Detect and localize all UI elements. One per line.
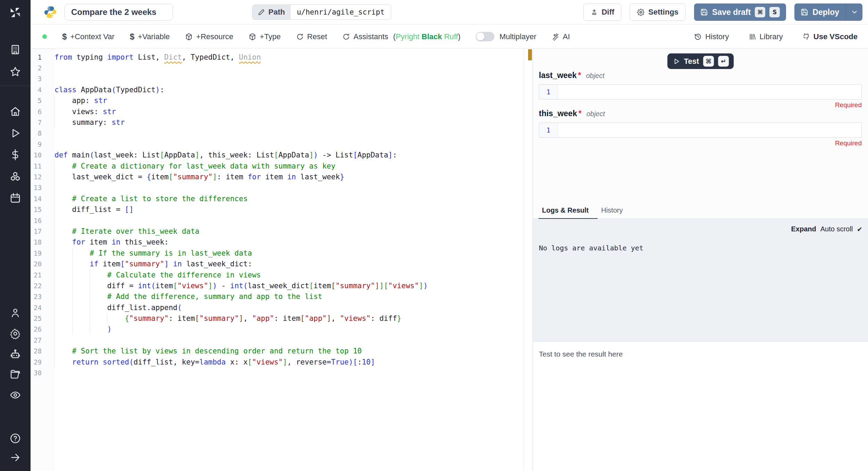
cubes-icon[interactable] bbox=[10, 171, 21, 182]
code-line[interactable]: 6 views: str bbox=[31, 106, 533, 117]
code-line[interactable]: 2 bbox=[31, 62, 533, 73]
test-button[interactable]: Test ⌘ ↵ bbox=[667, 53, 734, 69]
assistants-langs: (Pyright Black Ruff) bbox=[393, 32, 460, 41]
code-line[interactable]: 14 # Create a list to store the differen… bbox=[31, 193, 533, 204]
add-variable-button[interactable]: $ +Variable bbox=[130, 32, 170, 42]
tab-history[interactable]: History bbox=[598, 206, 632, 219]
args-section: Test ⌘ ↵ last_week* object 1 Required th… bbox=[533, 49, 868, 205]
overview-ruler bbox=[524, 49, 524, 471]
code-line[interactable]: 4class AppData(TypedDict): bbox=[31, 84, 533, 95]
arrow-right-icon[interactable] bbox=[10, 452, 21, 463]
code-line[interactable]: 15 diff_list = [] bbox=[31, 204, 533, 215]
code-line[interactable]: 27 bbox=[31, 335, 533, 345]
home-icon[interactable] bbox=[10, 106, 21, 117]
star-icon[interactable] bbox=[10, 66, 21, 77]
code-line[interactable]: 3 bbox=[31, 74, 533, 84]
path-edit-button[interactable]: Path bbox=[252, 5, 291, 19]
history-button[interactable]: History bbox=[694, 32, 729, 41]
multiplayer-toggle[interactable] bbox=[476, 32, 494, 41]
gear-icon[interactable] bbox=[10, 328, 21, 339]
arg-label: last_week* object bbox=[539, 71, 862, 80]
line-number: 23 bbox=[31, 293, 55, 300]
arg-field-this-week: this_week* object 1 Required bbox=[539, 109, 862, 147]
assistants-button[interactable]: Assistants bbox=[342, 32, 388, 41]
toggle-knob bbox=[476, 33, 484, 41]
code-line[interactable]: 21 # Calculate the difference in views bbox=[31, 269, 533, 280]
code-lines[interactable]: 1from typing import List, Dict, TypedDic… bbox=[31, 52, 533, 378]
expand-button[interactable]: Expand bbox=[791, 225, 816, 233]
deploy-button[interactable]: Deploy bbox=[794, 3, 862, 21]
line-number: 10 bbox=[31, 151, 55, 159]
code-line[interactable]: 11 # Create a dictionary for last_week d… bbox=[31, 161, 533, 171]
code-line[interactable]: 5 app: str bbox=[31, 95, 533, 106]
code-line[interactable]: 16 bbox=[31, 215, 533, 226]
json-input-line[interactable] bbox=[558, 123, 861, 137]
windmill-logo-icon[interactable] bbox=[10, 7, 21, 18]
code-line[interactable]: 9 bbox=[31, 139, 533, 149]
building-icon[interactable] bbox=[10, 44, 21, 55]
play-icon[interactable] bbox=[10, 128, 21, 139]
code-line[interactable]: 1from typing import List, Dict, TypedDic… bbox=[31, 52, 533, 62]
arg-json-input[interactable]: 1 bbox=[539, 84, 862, 100]
eye-icon[interactable] bbox=[10, 389, 21, 401]
line-number: 27 bbox=[31, 336, 55, 344]
script-title-input[interactable]: Compare the 2 weeks bbox=[65, 4, 173, 20]
code-line[interactable]: 10def main(last_week: List[AppData], thi… bbox=[31, 150, 533, 161]
add-resource-button[interactable]: +Resource bbox=[185, 32, 233, 41]
folder-icon[interactable] bbox=[10, 369, 21, 380]
code-line-text: app: str bbox=[55, 96, 533, 105]
line-number: 15 bbox=[31, 206, 55, 213]
indent-guide bbox=[90, 269, 90, 335]
settings-button[interactable]: Settings bbox=[630, 3, 686, 21]
kbd-enter: ↵ bbox=[718, 56, 729, 67]
sidebar-divider bbox=[0, 86, 31, 86]
line-number: 2 bbox=[31, 64, 55, 72]
diff-button[interactable]: Diff bbox=[583, 3, 622, 21]
code-line[interactable]: 17 # Iterate over this_week data bbox=[31, 226, 533, 237]
line-number: 9 bbox=[31, 140, 55, 148]
pyright-label: Pyright bbox=[396, 32, 419, 41]
code-line[interactable]: 23 # Add the difference, summary and app… bbox=[31, 291, 533, 302]
user-icon[interactable] bbox=[10, 307, 21, 318]
dollar-icon: $ bbox=[62, 32, 67, 42]
help-icon[interactable] bbox=[10, 433, 21, 444]
code-line[interactable]: 19 # If the summary is in last_week data bbox=[31, 248, 533, 258]
code-line[interactable]: 24 diff_list.append( bbox=[31, 302, 533, 313]
code-line[interactable]: 25 {"summary": item["summary"], "app": i… bbox=[31, 313, 533, 324]
logs-pane: Expand Auto scroll ✔ No logs are availab… bbox=[533, 219, 868, 341]
code-line[interactable]: 26 ) bbox=[31, 324, 533, 335]
code-editor[interactable]: 1from typing import List, Dict, TypedDic… bbox=[31, 49, 533, 471]
reset-button[interactable]: Reset bbox=[296, 32, 327, 41]
tab-logs-result[interactable]: Logs & Result bbox=[539, 206, 598, 219]
code-line[interactable]: 12 last_week_dict = {item["summary"]: it… bbox=[31, 171, 533, 182]
code-line[interactable]: 8 bbox=[31, 128, 533, 139]
robot-icon[interactable] bbox=[10, 349, 21, 360]
add-context-var-button[interactable]: $ +Context Var bbox=[62, 32, 115, 42]
library-button[interactable]: Library bbox=[749, 32, 783, 41]
autoscroll-toggle[interactable]: Auto scroll bbox=[820, 225, 853, 233]
required-hint: Required bbox=[539, 101, 862, 109]
code-line[interactable]: 28 # Sort the list by views in descendin… bbox=[31, 346, 533, 357]
save-draft-button[interactable]: Save draft ⌘ S bbox=[694, 3, 786, 21]
use-vscode-button[interactable]: Use VScode bbox=[802, 32, 858, 41]
code-line[interactable]: 13 bbox=[31, 182, 533, 193]
line-number: 16 bbox=[31, 217, 55, 224]
json-input-line[interactable] bbox=[558, 85, 861, 99]
calendar-icon[interactable] bbox=[10, 192, 21, 204]
code-line[interactable]: 18 for item in this_week: bbox=[31, 237, 533, 248]
indent-guide bbox=[107, 313, 108, 324]
add-type-button[interactable]: +Type bbox=[249, 32, 281, 41]
code-line[interactable]: 30 bbox=[31, 367, 533, 378]
ai-button[interactable]: AI bbox=[552, 32, 570, 41]
code-line[interactable]: 22 diff = int(item["views"]) - int(last_… bbox=[31, 280, 533, 291]
code-line[interactable]: 7 summary: str bbox=[31, 117, 533, 128]
chevron-down-icon[interactable] bbox=[851, 8, 858, 16]
code-line-text: # Calculate the difference in views bbox=[55, 271, 533, 279]
arg-json-input[interactable]: 1 bbox=[539, 122, 862, 138]
code-line[interactable]: 20 if item["summary"] in last_week_dict: bbox=[31, 258, 533, 269]
code-line-text: summary: str bbox=[55, 118, 533, 127]
json-line-number: 1 bbox=[539, 85, 558, 99]
code-line[interactable]: 29 return sorted(diff_list, key=lambda x… bbox=[31, 357, 533, 367]
path-value[interactable]: u/henri/agile_script bbox=[291, 5, 391, 19]
dollar-icon[interactable] bbox=[10, 149, 21, 160]
